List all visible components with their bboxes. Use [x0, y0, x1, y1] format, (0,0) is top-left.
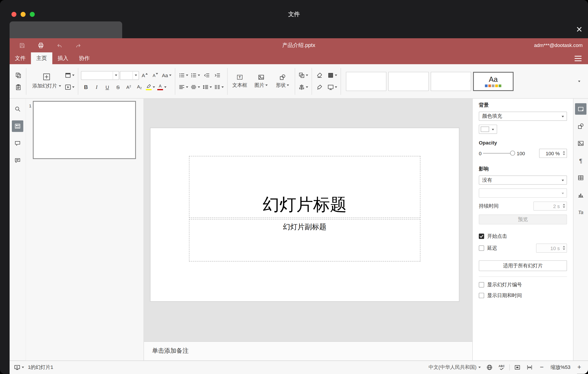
search-button[interactable] — [12, 103, 23, 115]
line-spacing-button[interactable] — [201, 82, 213, 92]
font-group: A A Aa B I U S A2 A2 A — [81, 70, 172, 92]
image-settings-tab[interactable] — [575, 138, 587, 149]
subtitle-placeholder[interactable]: 幻灯片副标题 — [189, 219, 420, 262]
duration-input[interactable]: 2 s — [534, 201, 567, 211]
preview-slideshow-button[interactable] — [64, 82, 75, 92]
spellcheck-button[interactable]: ABC — [497, 363, 506, 372]
chevron-down-icon — [306, 86, 308, 88]
opacity-slider-knob[interactable] — [510, 151, 515, 155]
delay-spinner[interactable] — [563, 246, 565, 250]
columns-button[interactable] — [213, 82, 224, 92]
table-settings-tab[interactable] — [575, 172, 587, 183]
arrange-shapes-button[interactable] — [298, 70, 309, 80]
comments-button[interactable] — [12, 138, 23, 149]
font-color-button[interactable]: A — [157, 82, 167, 92]
theme-gallery-more-button[interactable] — [574, 72, 584, 91]
opacity-spinner[interactable] — [563, 151, 565, 155]
paste-button[interactable] — [13, 82, 23, 92]
slide-canvas[interactable]: 幻灯片标题 幻灯片副标题 — [150, 128, 459, 301]
tab-collaboration[interactable]: 协作 — [74, 52, 95, 64]
tab-file[interactable]: 文件 — [10, 52, 31, 64]
paragraph-settings-tab[interactable]: ¶ — [575, 155, 587, 166]
fill-type-select[interactable]: 颜色填充 — [479, 112, 567, 121]
search-icon — [14, 106, 21, 112]
increase-indent-button[interactable] — [212, 70, 222, 80]
delay-input[interactable]: 10 s — [536, 244, 567, 253]
insert-image-button[interactable]: 图片 — [252, 74, 271, 88]
fill-color-button[interactable] — [327, 70, 338, 80]
slide-size-button[interactable] — [327, 82, 338, 92]
subscript-button[interactable]: A2 — [135, 82, 144, 92]
numbering-button[interactable] — [190, 70, 201, 80]
chart-settings-tab[interactable] — [575, 189, 587, 201]
strikethrough-button[interactable]: S — [113, 82, 123, 92]
notes-area[interactable]: 单击添加备注 — [144, 341, 472, 360]
insert-shape-button[interactable]: 形状 — [273, 74, 292, 88]
font-name-select[interactable] — [81, 71, 119, 80]
zoom-in-button[interactable]: + — [575, 363, 584, 372]
fit-width-button[interactable] — [525, 363, 534, 372]
change-case-button[interactable]: Aa — [161, 70, 172, 80]
tab-home[interactable]: 主页 — [31, 52, 52, 64]
bold-button[interactable]: B — [81, 82, 91, 92]
duration-spinner[interactable] — [563, 204, 565, 208]
preview-button[interactable]: 预览 — [479, 215, 567, 224]
increase-font-button[interactable]: A — [140, 70, 150, 80]
insert-textbox-button[interactable]: T 文本框 — [230, 74, 249, 88]
copy-button[interactable] — [13, 70, 23, 80]
font-name-dropdown[interactable] — [113, 71, 119, 79]
effect-select[interactable]: 没有 — [479, 175, 567, 185]
horizontal-align-button[interactable] — [178, 82, 189, 92]
align-shapes-button[interactable] — [298, 82, 309, 92]
slideshow-icon — [14, 364, 20, 370]
theme-thumbnail[interactable] — [431, 72, 471, 91]
language-label: 中文(中华人民共和国) — [429, 364, 476, 371]
zoom-out-button[interactable]: − — [537, 363, 546, 372]
clear-style-button[interactable] — [315, 70, 324, 80]
show-date-time-checkbox[interactable] — [479, 293, 484, 298]
slide-settings-panel: 背景 颜色填充 Opacity 0 100 100 % — [472, 99, 574, 361]
start-slideshow-button[interactable] — [14, 363, 24, 372]
change-layout-button[interactable] — [64, 70, 75, 80]
fill-color-select[interactable] — [479, 125, 497, 134]
show-slide-number-checkbox[interactable] — [479, 282, 484, 287]
overlay-close-button[interactable]: ✕ — [574, 24, 585, 35]
vertical-align-button[interactable] — [190, 82, 201, 92]
opacity-slider[interactable] — [483, 151, 515, 156]
theme-thumbnail-selected[interactable]: Aa — [473, 72, 513, 91]
superscript-button[interactable]: A2 — [124, 82, 134, 92]
document-language-button[interactable] — [485, 363, 494, 372]
apply-to-all-button[interactable]: 适用于所有幻灯片 — [479, 260, 567, 271]
copy-style-button[interactable] — [315, 82, 324, 92]
globe-icon — [486, 364, 492, 370]
theme-thumbnail[interactable] — [346, 72, 386, 91]
underline-button[interactable]: U — [102, 82, 112, 92]
palette-swatch — [489, 84, 491, 87]
delay-checkbox[interactable] — [479, 245, 484, 251]
title-placeholder[interactable]: 幻灯片标题 — [189, 156, 420, 218]
effect-type-select[interactable] — [479, 188, 567, 198]
start-on-click-checkbox[interactable] — [479, 233, 484, 239]
opacity-input[interactable]: 100 % — [539, 149, 567, 158]
shape-settings-tab[interactable] — [575, 120, 587, 132]
delay-label: 延迟 — [487, 245, 497, 252]
menu-button[interactable] — [575, 52, 588, 64]
bullets-button[interactable] — [178, 70, 189, 80]
chat-button[interactable] — [12, 155, 23, 166]
slide-settings-tab[interactable] — [575, 103, 587, 115]
highlight-color-button[interactable] — [145, 82, 156, 92]
decrease-font-button[interactable]: A — [150, 70, 160, 80]
add-slide-button[interactable]: 添加幻灯片 — [29, 73, 64, 89]
tab-insert[interactable]: 插入 — [52, 52, 74, 64]
slides-panel-button[interactable] — [12, 120, 23, 132]
italic-button[interactable]: I — [92, 82, 101, 92]
language-select[interactable]: 中文(中华人民共和国) — [429, 364, 481, 371]
decrease-indent-button[interactable] — [201, 70, 211, 80]
table-icon — [578, 175, 584, 181]
textart-settings-tab[interactable]: Ta — [575, 207, 587, 218]
font-size-dropdown[interactable] — [133, 71, 138, 79]
copy-icon — [15, 72, 21, 78]
slide-thumbnail[interactable] — [33, 101, 136, 159]
fit-slide-button[interactable] — [513, 363, 522, 372]
font-size-select[interactable] — [120, 71, 139, 80]
